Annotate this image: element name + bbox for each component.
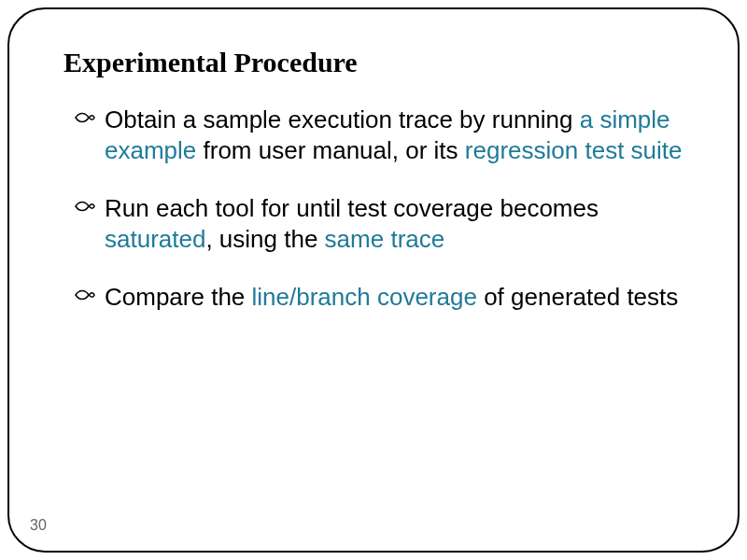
bullet-segment: line/branch coverage bbox=[252, 283, 477, 311]
bullet-segment: Run each tool for until test coverage be… bbox=[105, 194, 599, 222]
bullet-segment: Obtain a sample execution trace by runni… bbox=[105, 105, 580, 133]
bullet-segment: same trace bbox=[325, 225, 445, 253]
bullet-segment: Compare the bbox=[105, 283, 252, 311]
slide-frame: Experimental Procedure Obtain a sample e… bbox=[7, 7, 740, 553]
bullet-segment: of generated tests bbox=[477, 283, 678, 311]
bullet-item-0: Obtain a sample execution trace by runni… bbox=[75, 105, 691, 165]
bullet-segment: , using the bbox=[205, 225, 324, 253]
bullet-item-1: Run each tool for until test coverage be… bbox=[75, 193, 691, 254]
bullet-item-2: Compare the line/branch coverage of gene… bbox=[75, 282, 691, 313]
bullet-segment: saturated bbox=[105, 225, 205, 253]
page-number: 30 bbox=[30, 517, 47, 534]
bullet-segment: regression test suite bbox=[465, 136, 683, 164]
bullet-segment: from user manual, or its bbox=[196, 136, 465, 164]
slide-title: Experimental Procedure bbox=[63, 47, 691, 78]
bullet-list: Obtain a sample execution trace by runni… bbox=[56, 105, 691, 313]
